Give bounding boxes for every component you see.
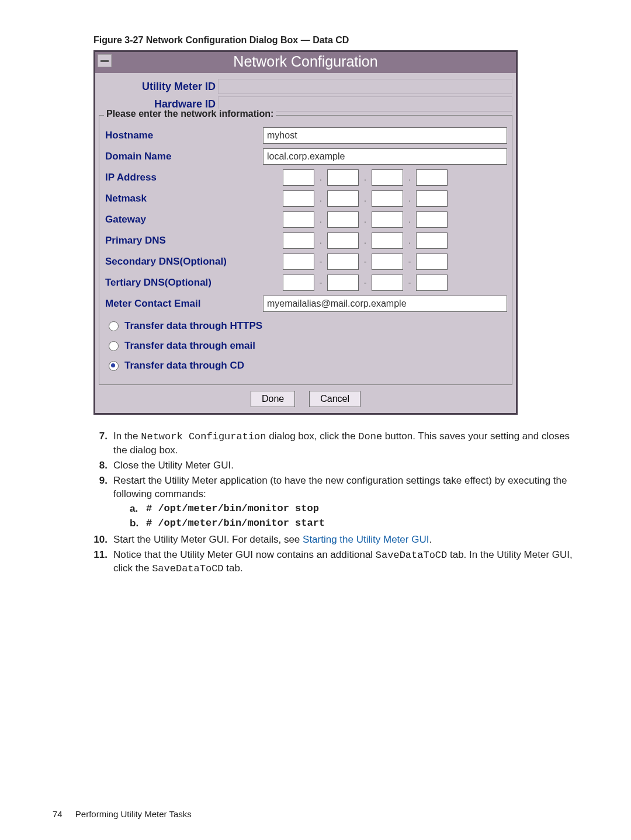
substep-letter: b.	[130, 517, 146, 530]
step-number: 8.	[88, 459, 113, 473]
command-b: # /opt/meter/bin/monitor start	[146, 517, 325, 530]
network-info-fieldset: Please enter the network information: Ho…	[99, 115, 512, 385]
radio-cd[interactable]: Transfer data through CD	[109, 360, 507, 372]
dialog-titlebar: Network Configuration	[95, 52, 516, 73]
email-label: Meter Contact Email	[104, 298, 263, 310]
ip-octet-1[interactable]	[283, 169, 314, 186]
sdns-octet-3[interactable]	[372, 254, 403, 270]
utility-meter-id-field	[218, 79, 512, 94]
radio-icon	[109, 321, 119, 331]
tertiary-dns-label: Tertiary DNS(Optional)	[104, 277, 263, 289]
substep-letter: a.	[130, 502, 146, 516]
step-7-text: In the Network Configuration dialog box,…	[113, 430, 578, 457]
gateway-label: Gateway	[104, 214, 263, 225]
step-number: 9.	[88, 474, 113, 532]
starting-gui-link[interactable]: Starting the Utility Meter GUI	[303, 534, 429, 545]
step-9-text: Restart the Utility Meter application (t…	[113, 474, 578, 532]
netmask-octet-3[interactable]	[372, 190, 403, 207]
sdns-octet-4[interactable]	[416, 254, 448, 270]
ip-label: IP Address	[104, 172, 263, 183]
step-8-text: Close the Utility Meter GUI.	[113, 459, 578, 473]
tdns-octet-1[interactable]	[283, 275, 314, 291]
dialog-title: Network Configuration	[233, 53, 377, 70]
netmask-input-group: . . .	[280, 190, 450, 207]
primary-dns-input-group: . . .	[280, 232, 450, 249]
radio-https[interactable]: Transfer data through HTTPS	[109, 320, 507, 332]
tertiary-dns-input-group: - - -	[280, 275, 450, 291]
hostname-input[interactable]	[263, 127, 507, 144]
done-button[interactable]: Done	[251, 391, 295, 407]
gateway-octet-3[interactable]	[372, 211, 403, 228]
instruction-list: 7. In the Network Configuration dialog b…	[53, 430, 578, 576]
page-footer: 74 Performing Utility Meter Tasks	[53, 809, 192, 819]
gateway-octet-4[interactable]	[416, 211, 448, 228]
ip-octet-4[interactable]	[416, 169, 448, 186]
command-a: # /opt/meter/bin/monitor stop	[146, 502, 319, 516]
email-input[interactable]	[263, 296, 507, 312]
gateway-octet-1[interactable]	[283, 211, 314, 228]
ip-octet-3[interactable]	[372, 169, 403, 186]
radio-email-label: Transfer data through email	[124, 340, 255, 352]
system-menu-icon[interactable]	[98, 54, 112, 67]
step-number: 7.	[88, 430, 113, 457]
pdns-octet-4[interactable]	[416, 232, 448, 249]
page-number: 74	[53, 809, 63, 819]
dialog-body: Utility Meter ID Hardware ID Please ente…	[95, 73, 516, 413]
tdns-octet-4[interactable]	[416, 275, 448, 291]
secondary-dns-label: Secondary DNS(Optional)	[104, 256, 263, 268]
domain-label: Domain Name	[104, 151, 263, 162]
step-number: 11.	[88, 549, 113, 577]
sdns-octet-1[interactable]	[283, 254, 314, 270]
ip-octet-2[interactable]	[327, 169, 359, 186]
secondary-dns-input-group: - - -	[280, 254, 450, 270]
netmask-octet-1[interactable]	[283, 190, 314, 207]
network-config-dialog: Network Configuration Utility Meter ID H…	[93, 50, 518, 415]
netmask-octet-4[interactable]	[416, 190, 448, 207]
radio-icon	[109, 361, 119, 371]
primary-dns-label: Primary DNS	[104, 235, 263, 247]
step-number: 10.	[88, 533, 113, 547]
radio-https-label: Transfer data through HTTPS	[124, 320, 262, 332]
figure-caption: Figure 3-27 Network Configuration Dialog…	[53, 35, 578, 46]
pdns-octet-2[interactable]	[327, 232, 359, 249]
netmask-label: Netmask	[104, 193, 263, 204]
step-11-text: Notice that the Utility Meter GUI now co…	[113, 549, 578, 577]
utility-meter-id-label: Utility Meter ID	[99, 81, 218, 93]
cancel-button[interactable]: Cancel	[309, 391, 360, 407]
gateway-octet-2[interactable]	[327, 211, 359, 228]
domain-input[interactable]	[263, 148, 507, 165]
pdns-octet-3[interactable]	[372, 232, 403, 249]
sdns-octet-2[interactable]	[327, 254, 359, 270]
pdns-octet-1[interactable]	[283, 232, 314, 249]
radio-icon	[109, 341, 119, 351]
radio-email[interactable]: Transfer data through email	[109, 340, 507, 352]
step-10-text: Start the Utility Meter GUI. For details…	[113, 533, 578, 547]
radio-cd-label: Transfer data through CD	[124, 360, 244, 372]
gateway-input-group: . . .	[280, 211, 450, 228]
tdns-octet-3[interactable]	[372, 275, 403, 291]
netmask-octet-2[interactable]	[327, 190, 359, 207]
footer-title: Performing Utility Meter Tasks	[75, 809, 192, 819]
ip-input-group: . . .	[280, 169, 450, 186]
tdns-octet-2[interactable]	[327, 275, 359, 291]
fieldset-legend: Please enter the network information:	[104, 109, 276, 119]
hostname-label: Hostname	[104, 130, 263, 141]
